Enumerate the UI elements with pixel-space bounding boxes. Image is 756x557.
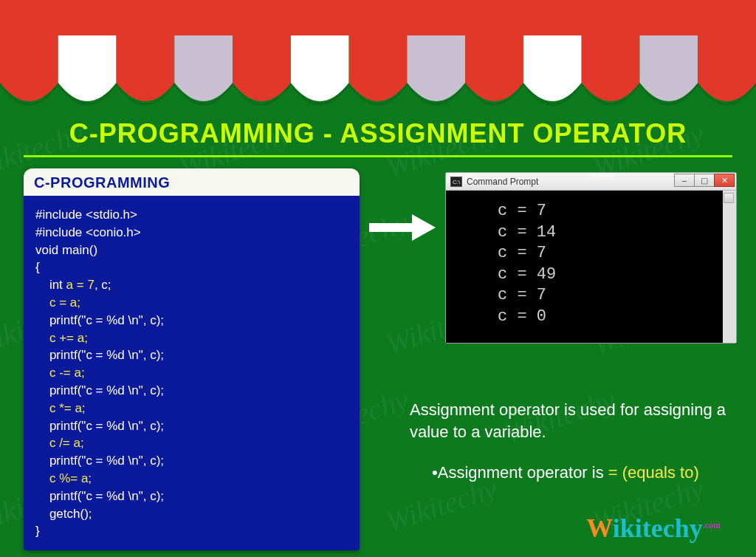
svg-rect-13 (698, 35, 756, 78)
window-buttons: – ▢ ✕ (675, 174, 735, 187)
maximize-button[interactable]: ▢ (694, 174, 715, 187)
close-button[interactable]: ✕ (714, 174, 735, 187)
svg-rect-14 (369, 223, 412, 232)
awning-decoration (0, 0, 756, 115)
command-prompt-window: C:\ Command Prompt – ▢ ✕ c = 7 c = 14 c … (445, 172, 737, 344)
code-panel: C-PROGRAMMING #include <stdio.h> #includ… (24, 168, 360, 550)
description-line: Assignment operator is used for assignin… (410, 399, 727, 442)
svg-rect-10 (523, 35, 582, 78)
svg-rect-11 (582, 35, 640, 78)
svg-rect-6 (291, 35, 349, 78)
brand-w: W (586, 513, 612, 543)
svg-marker-15 (412, 214, 436, 241)
console-title: Command Prompt (467, 177, 538, 187)
console-output: c = 7 c = 14 c = 7 c = 49 c = 7 c = 0 (446, 191, 736, 343)
bullet-highlight: = (equals to) (608, 463, 699, 482)
svg-rect-4 (174, 35, 233, 78)
svg-rect-3 (117, 35, 175, 78)
brand-dot: .com (703, 520, 721, 531)
description-bullet: •Assignment operator is = (equals to) (410, 462, 727, 484)
arrow-icon (369, 214, 436, 241)
page-title: C-PROGRAMMING - ASSIGNMENT OPERATOR (0, 118, 756, 149)
console-icon: C:\ (450, 177, 462, 187)
console-titlebar: C:\ Command Prompt – ▢ ✕ (446, 173, 736, 191)
bullet-prefix: •Assignment operator is (432, 463, 608, 482)
svg-rect-2 (58, 35, 117, 78)
code-header: C-PROGRAMMING (24, 168, 360, 196)
svg-rect-1 (0, 35, 58, 78)
code-body: #include <stdio.h> #include <conio.h> vo… (24, 196, 360, 550)
title-underline (24, 155, 732, 157)
svg-rect-12 (639, 35, 698, 78)
description-text: Assignment operator is used for assignin… (410, 399, 727, 484)
svg-rect-8 (407, 35, 465, 78)
brand-logo: Wikitechy.com (586, 513, 721, 544)
brand-rest: ikitechy (613, 513, 703, 543)
minimize-button[interactable]: – (674, 174, 695, 187)
svg-rect-9 (465, 35, 523, 78)
svg-rect-0 (0, 0, 756, 35)
svg-rect-7 (349, 35, 408, 78)
svg-rect-5 (233, 35, 291, 78)
